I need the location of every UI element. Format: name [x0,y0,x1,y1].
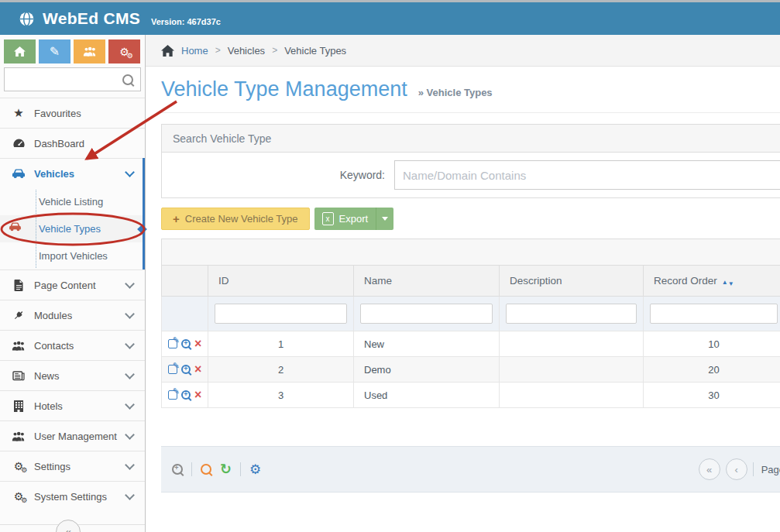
building-icon [11,400,26,412]
breadcrumb-separator: > [272,45,277,56]
export-button[interactable]: x Export [314,208,377,230]
sidebar-item-user-management[interactable]: User Management [0,420,145,451]
sidebar-item-favourites[interactable]: ★ Favourites [0,98,145,128]
view-icon[interactable]: + [181,365,191,374]
quick-edit-button[interactable]: ✎ [39,39,70,63]
breadcrumb-separator: > [215,45,221,56]
app-window: WebEd CMS Version: 467d37c ✎ ⚙⚙ [0,0,780,532]
users-icon [11,431,26,441]
id-column-header[interactable]: ID [208,266,354,297]
sidebar-item-dashboard[interactable]: DashBoard [0,128,145,158]
excel-file-icon: x [322,212,334,225]
cell-name: New [354,331,500,357]
sidebar-item-settings[interactable]: ⚙⚙ Settings [0,451,145,481]
grid-caption-bar [161,239,780,265]
table-header-row: ID Name Description Record Order▲▼ [162,266,780,297]
users-icon [83,46,97,57]
view-icon[interactable]: + [181,390,191,400]
sidebar-item-vehicle-listing[interactable]: Vehicle Listing [0,188,145,215]
home-icon [14,46,26,57]
actions-column-header [162,266,208,297]
quick-settings-button[interactable]: ⚙⚙ [108,39,140,63]
pager-divider [753,462,754,476]
cell-id: 2 [208,357,354,383]
cell-name: Demo [354,357,500,383]
name-column-header[interactable]: Name [354,266,500,297]
chevron-down-icon [125,339,135,349]
sidebar-search-box[interactable] [4,67,141,91]
sidebar-collapse-button[interactable]: « [56,520,81,532]
sidebar-item-news[interactable]: News [0,360,145,390]
gears-icon: ⚙⚙ [11,491,26,502]
star-icon: ★ [11,106,26,120]
edit-icon[interactable]: ✎ [168,390,177,400]
main-area: Home > Vehicles > Vehicle Types Vehicle … [146,35,780,532]
sidebar-item-page-content[interactable]: Page Content [0,269,145,300]
cell-id: 1 [208,331,354,357]
id-filter-input[interactable] [215,304,347,324]
breadcrumb: Home > Vehicles > Vehicle Types [146,35,780,67]
search-icon[interactable] [201,464,211,475]
cell-description [500,357,644,383]
caret-down-icon [382,217,388,221]
delete-icon[interactable]: × [194,363,201,376]
sidebar-item-vehicle-types[interactable]: Vehicle Types [0,215,145,242]
export-dropdown-button[interactable] [376,208,393,230]
chevron-down-icon [125,279,135,289]
table-row: ✎ + × 1 New 10 [162,331,780,357]
edit-icon[interactable]: ✎ [168,339,177,348]
first-page-button[interactable]: « [699,458,720,480]
vehicle-types-table: ID Name Description Record Order▲▼ [161,265,780,408]
quick-users-button[interactable] [74,39,105,63]
cell-description [500,383,644,408]
collapse-icon: « [65,526,71,532]
file-icon [11,280,26,291]
sidebar-item-vehicles[interactable]: Vehicles [0,158,145,188]
keyword-input[interactable] [394,160,780,190]
quick-home-button[interactable] [4,39,36,63]
version-label: Version: 467d37c [151,17,221,26]
chevron-down-icon [125,490,135,500]
users-icon [11,341,26,351]
search-panel: Search Vehicle Type Keyword: [161,124,780,198]
cell-record-order: 30 [644,383,780,408]
chevron-down-icon [125,167,135,177]
sidebar-item-system-settings[interactable]: ⚙⚙ System Settings [0,481,145,511]
vehicles-menu-group: Vehicles Vehicle Listing Vehicle Types I… [0,158,145,269]
zoom-search-icon[interactable]: + [172,464,183,475]
record-order-column-header[interactable]: Record Order▲▼ [644,266,780,297]
page-label: Page [761,464,780,475]
chevron-down-icon [125,369,135,379]
sidebar-item-hotels[interactable]: Hotels [0,390,145,420]
record-order-filter-input[interactable] [650,304,778,324]
chevron-down-icon [125,430,135,440]
sidebar-item-import-vehicles[interactable]: Import Vehicles [0,242,145,269]
sidebar-item-modules[interactable]: Modules [0,300,145,330]
prev-page-button[interactable]: ‹ [726,458,747,480]
breadcrumb-home-link[interactable]: Home [181,45,208,57]
sort-icons[interactable]: ▲▼ [722,279,734,286]
breadcrumb-vehicles[interactable]: Vehicles [228,45,265,57]
delete-icon[interactable]: × [194,338,201,350]
gears-icon: ⚙⚙ [119,46,129,57]
export-button-group: x Export [314,208,394,230]
grid-pager: + ↻ ⚙ « ‹ Page [161,446,780,493]
refresh-icon[interactable]: ↻ [220,462,232,476]
table-row: ✎ + × 3 Used 30 [162,383,780,408]
gear-icon[interactable]: ⚙ [249,463,261,476]
page-content: Vehicle Type Management » Vehicle Types … [146,67,780,532]
create-new-vehicle-type-button[interactable]: + Create New Vehicle Type [161,208,310,230]
cell-record-order: 10 [644,331,780,357]
car-icon [9,222,22,234]
description-column-header[interactable]: Description [500,266,644,297]
edit-icon[interactable]: ✎ [168,365,177,374]
sidebar-item-contacts[interactable]: Contacts [0,330,145,360]
header-bar: WebEd CMS Version: 467d37c [0,2,780,35]
sidebar: ✎ ⚙⚙ ★ Favourites DashBoard [0,35,146,532]
cell-id: 3 [208,383,354,408]
delete-icon[interactable]: × [194,389,201,401]
description-filter-input[interactable] [506,304,637,324]
view-icon[interactable]: + [181,339,191,348]
name-filter-input[interactable] [360,304,493,324]
globe-icon [19,11,35,27]
